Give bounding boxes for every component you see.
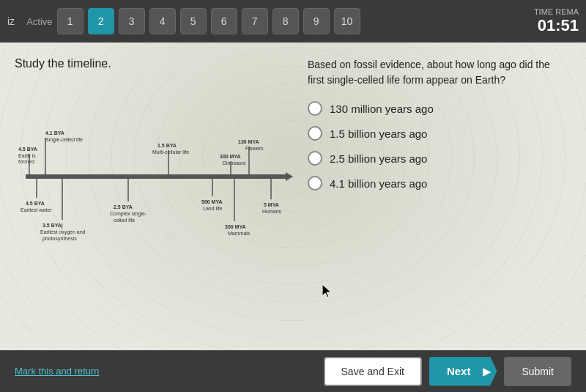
svg-text:3.5 BYA|: 3.5 BYA|: [42, 223, 63, 229]
question-text: Based on fossil evidence, about how long…: [308, 57, 571, 88]
svg-text:4.1 BYA: 4.1 BYA: [45, 130, 64, 136]
radio-1[interactable]: [308, 101, 322, 116]
svg-text:500 MYA: 500 MYA: [201, 199, 223, 204]
svg-text:5 MYA: 5 MYA: [264, 202, 279, 207]
footer-buttons: Save and Exit Next ▶ Submit: [324, 357, 571, 386]
svg-rect-0: [26, 174, 286, 179]
radio-2[interactable]: [308, 126, 322, 141]
svg-text:Single-celled life: Single-celled life: [45, 137, 83, 143]
svg-text:formed: formed: [18, 159, 34, 164]
svg-text:Multi-cellular life: Multi-cellular life: [152, 149, 189, 155]
timeline-svg: 4.5 BYA Earth is formed 4.1 BYA Single-c…: [15, 81, 293, 286]
radio-4[interactable]: [308, 176, 322, 191]
submit-button[interactable]: Submit: [504, 357, 571, 386]
svg-text:Complex single-: Complex single-: [110, 211, 147, 217]
left-panel: Study the timeline. 4.5 BYA Earth is for…: [15, 57, 293, 343]
option-3[interactable]: 2.5 billion years ago: [308, 151, 571, 166]
option-3-label: 2.5 billion years ago: [330, 152, 427, 165]
svg-text:4.5 BYA: 4.5 BYA: [18, 147, 37, 152]
save-exit-button[interactable]: Save and Exit: [324, 357, 422, 386]
tab-6[interactable]: 6: [211, 8, 237, 34]
svg-text:Earth is: Earth is: [18, 153, 36, 158]
mark-return-link[interactable]: Mark this and return: [15, 366, 100, 377]
radio-3[interactable]: [308, 151, 322, 166]
right-panel: Based on fossil evidence, about how long…: [308, 57, 571, 343]
quiz-label: iz: [7, 15, 15, 27]
option-4-label: 4.1 billion years ago: [330, 177, 427, 190]
tab-1[interactable]: 1: [57, 8, 84, 34]
option-2[interactable]: 1.5 billion years ago: [308, 126, 571, 141]
timeline-container: 4.5 BYA Earth is formed 4.1 BYA Single-c…: [15, 81, 293, 286]
svg-text:130 MYA: 130 MYA: [238, 139, 259, 144]
tab-2[interactable]: 2: [88, 8, 114, 34]
header: iz Active 1 2 3 4 5 6 7 8 9 10 TIME REMA…: [0, 0, 586, 42]
option-1[interactable]: 130 million years ago: [308, 101, 571, 116]
svg-text:celled life: celled life: [114, 218, 135, 223]
tab-9[interactable]: 9: [303, 8, 330, 34]
svg-text:Earliest water: Earliest water: [21, 207, 52, 212]
tab-4[interactable]: 4: [149, 8, 176, 34]
svg-text:Dinosaurs: Dinosaurs: [223, 160, 246, 166]
time-value: 01:51: [534, 16, 579, 35]
status-badge: Active: [26, 16, 52, 27]
time-remaining: TIME REMA 01:51: [534, 7, 579, 35]
option-4[interactable]: 4.1 billion years ago: [308, 176, 571, 191]
tab-8[interactable]: 8: [272, 8, 299, 34]
tab-7[interactable]: 7: [242, 8, 268, 34]
svg-text:Flowers: Flowers: [245, 146, 264, 151]
main-content: Study the timeline. 4.5 BYA Earth is for…: [0, 42, 586, 350]
svg-text:Mammals: Mammals: [228, 231, 251, 236]
next-button-label: Next: [447, 365, 471, 377]
svg-text:1.5 BYA: 1.5 BYA: [157, 143, 177, 148]
svg-text:Humans: Humans: [262, 209, 282, 214]
tab-10[interactable]: 10: [334, 8, 360, 34]
option-2-label: 1.5 billion years ago: [330, 127, 427, 140]
tab-5[interactable]: 5: [180, 8, 207, 34]
svg-text:300 MYA: 300 MYA: [220, 154, 241, 159]
svg-text:Earliest oxygen and: Earliest oxygen and: [40, 229, 86, 235]
instruction-text: Study the timeline.: [15, 57, 293, 70]
svg-text:Land life: Land life: [203, 206, 223, 211]
next-arrow-icon: ▶: [483, 366, 491, 377]
next-button[interactable]: Next ▶: [429, 357, 497, 386]
footer: Mark this and return Save and Exit Next …: [0, 350, 586, 392]
option-1-label: 130 million years ago: [330, 103, 434, 115]
tab-3[interactable]: 3: [119, 8, 145, 34]
svg-marker-37: [286, 172, 293, 181]
svg-text:4.5 BYA: 4.5 BYA: [26, 201, 45, 206]
svg-text:2.5 BYA: 2.5 BYA: [114, 204, 133, 210]
svg-text:300 MYA: 300 MYA: [225, 224, 246, 229]
time-label: TIME REMA: [534, 7, 579, 16]
svg-text:photosynthesis: photosynthesis: [42, 236, 77, 242]
